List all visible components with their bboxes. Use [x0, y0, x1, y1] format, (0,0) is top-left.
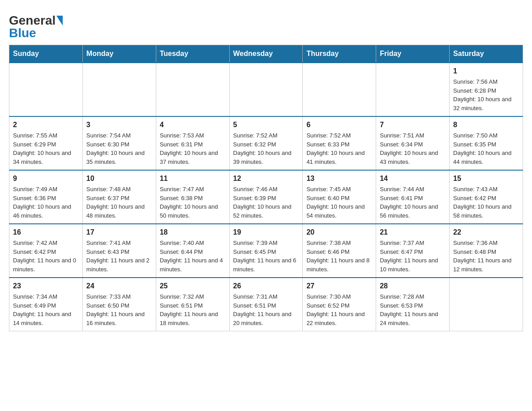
calendar-cell: 13Sunrise: 7:45 AMSunset: 6:40 PMDayligh… — [303, 170, 376, 224]
daylight-text: Daylight: 11 hours and 4 minutes. — [160, 256, 226, 274]
sunset-text: Sunset: 6:44 PM — [160, 248, 226, 257]
day-number: 4 — [160, 120, 226, 130]
daylight-text: Daylight: 11 hours and 20 minutes. — [233, 310, 299, 327]
sunset-text: Sunset: 6:32 PM — [233, 140, 299, 149]
calendar-cell: 1Sunrise: 7:56 AMSunset: 6:28 PMDaylight… — [450, 63, 523, 116]
daylight-text: Daylight: 11 hours and 16 minutes. — [86, 310, 152, 327]
calendar-cell: 3Sunrise: 7:54 AMSunset: 6:30 PMDaylight… — [82, 116, 156, 170]
daylight-text: Daylight: 11 hours and 8 minutes. — [306, 256, 372, 274]
sunset-text: Sunset: 6:46 PM — [306, 248, 372, 257]
sunrise-text: Sunrise: 7:54 AM — [86, 131, 152, 140]
day-number: 26 — [233, 281, 299, 291]
day-header-tuesday: Tuesday — [156, 45, 229, 63]
day-number: 1 — [453, 66, 519, 77]
sunset-text: Sunset: 6:48 PM — [453, 248, 519, 257]
daylight-text: Daylight: 11 hours and 22 minutes. — [306, 310, 372, 327]
day-header-saturday: Saturday — [450, 45, 523, 63]
sunrise-text: Sunrise: 7:55 AM — [13, 131, 79, 140]
sunset-text: Sunset: 6:35 PM — [453, 140, 519, 149]
sunrise-text: Sunrise: 7:33 AM — [86, 292, 152, 301]
sunset-text: Sunset: 6:43 PM — [86, 248, 152, 257]
calendar-cell: 21Sunrise: 7:37 AMSunset: 6:47 PMDayligh… — [376, 224, 450, 278]
calendar-table: SundayMondayTuesdayWednesdayThursdayFrid… — [9, 45, 523, 331]
day-number: 18 — [160, 227, 226, 238]
logo-blue: Blue — [9, 26, 63, 40]
sunrise-text: Sunrise: 7:50 AM — [453, 131, 519, 140]
daylight-text: Daylight: 10 hours and 37 minutes. — [160, 149, 226, 166]
sunset-text: Sunset: 6:50 PM — [86, 301, 152, 310]
calendar-cell — [303, 63, 376, 116]
day-number: 19 — [233, 227, 299, 238]
sunrise-text: Sunrise: 7:45 AM — [306, 185, 372, 194]
calendar-cell: 27Sunrise: 7:30 AMSunset: 6:52 PMDayligh… — [303, 278, 376, 331]
sunset-text: Sunset: 6:28 PM — [453, 86, 519, 95]
logo-general: General — [9, 13, 56, 27]
sunrise-text: Sunrise: 7:28 AM — [380, 292, 446, 301]
sunrise-text: Sunrise: 7:52 AM — [306, 131, 372, 140]
calendar-cell: 10Sunrise: 7:48 AMSunset: 6:37 PMDayligh… — [82, 170, 156, 224]
day-number: 20 — [306, 227, 372, 238]
sunrise-text: Sunrise: 7:42 AM — [13, 239, 79, 248]
day-number: 27 — [306, 281, 372, 291]
daylight-text: Daylight: 10 hours and 52 minutes. — [233, 202, 299, 220]
day-number: 10 — [86, 173, 152, 184]
sunrise-text: Sunrise: 7:39 AM — [233, 239, 299, 248]
calendar-cell: 14Sunrise: 7:44 AMSunset: 6:41 PMDayligh… — [376, 170, 450, 224]
daylight-text: Daylight: 10 hours and 58 minutes. — [453, 202, 519, 220]
logo-arrow-icon — [56, 16, 63, 26]
daylight-text: Daylight: 11 hours and 18 minutes. — [160, 310, 226, 327]
day-header-thursday: Thursday — [303, 45, 376, 63]
sunset-text: Sunset: 6:52 PM — [306, 301, 372, 310]
day-number: 13 — [306, 173, 372, 184]
calendar-cell: 26Sunrise: 7:31 AMSunset: 6:51 PMDayligh… — [229, 278, 303, 331]
sunrise-text: Sunrise: 7:34 AM — [13, 292, 79, 301]
sunrise-text: Sunrise: 7:30 AM — [306, 292, 372, 301]
logo: General Blue — [9, 13, 63, 40]
day-number: 11 — [160, 173, 226, 184]
daylight-text: Daylight: 11 hours and 0 minutes. — [13, 256, 79, 274]
sunrise-text: Sunrise: 7:31 AM — [233, 292, 299, 301]
calendar-cell: 18Sunrise: 7:40 AMSunset: 6:44 PMDayligh… — [156, 224, 229, 278]
sunrise-text: Sunrise: 7:56 AM — [453, 77, 519, 86]
sunrise-text: Sunrise: 7:36 AM — [453, 239, 519, 248]
calendar-cell: 5Sunrise: 7:52 AMSunset: 6:32 PMDaylight… — [229, 116, 303, 170]
sunset-text: Sunset: 6:42 PM — [13, 248, 79, 257]
sunrise-text: Sunrise: 7:53 AM — [160, 131, 226, 140]
sunset-text: Sunset: 6:42 PM — [453, 194, 519, 203]
daylight-text: Daylight: 10 hours and 43 minutes. — [380, 149, 446, 166]
day-number: 17 — [86, 227, 152, 238]
calendar-cell — [82, 63, 156, 116]
page-header: General Blue — [9, 9, 523, 40]
sunrise-text: Sunrise: 7:44 AM — [380, 185, 446, 194]
day-header-monday: Monday — [82, 45, 156, 63]
day-header-friday: Friday — [376, 45, 450, 63]
sunrise-text: Sunrise: 7:38 AM — [306, 239, 372, 248]
day-number: 5 — [233, 120, 299, 130]
day-header-sunday: Sunday — [9, 45, 83, 63]
calendar-cell: 22Sunrise: 7:36 AMSunset: 6:48 PMDayligh… — [450, 224, 523, 278]
sunrise-text: Sunrise: 7:51 AM — [380, 131, 446, 140]
calendar-cell — [376, 63, 450, 116]
calendar-week-row: 1Sunrise: 7:56 AMSunset: 6:28 PMDaylight… — [9, 63, 523, 116]
day-number: 3 — [86, 120, 152, 130]
sunset-text: Sunset: 6:36 PM — [13, 194, 79, 203]
calendar-cell — [450, 278, 523, 331]
calendar-cell: 4Sunrise: 7:53 AMSunset: 6:31 PMDaylight… — [156, 116, 229, 170]
day-number: 7 — [380, 120, 446, 130]
daylight-text: Daylight: 10 hours and 46 minutes. — [13, 202, 79, 220]
calendar-cell: 24Sunrise: 7:33 AMSunset: 6:50 PMDayligh… — [82, 278, 156, 331]
daylight-text: Daylight: 11 hours and 24 minutes. — [380, 310, 446, 327]
sunrise-text: Sunrise: 7:32 AM — [160, 292, 226, 301]
sunset-text: Sunset: 6:33 PM — [306, 140, 372, 149]
daylight-text: Daylight: 11 hours and 12 minutes. — [453, 256, 519, 274]
calendar-cell: 19Sunrise: 7:39 AMSunset: 6:45 PMDayligh… — [229, 224, 303, 278]
daylight-text: Daylight: 10 hours and 34 minutes. — [13, 149, 79, 166]
calendar-week-row: 16Sunrise: 7:42 AMSunset: 6:42 PMDayligh… — [9, 224, 523, 278]
calendar-cell: 17Sunrise: 7:41 AMSunset: 6:43 PMDayligh… — [82, 224, 156, 278]
sunset-text: Sunset: 6:38 PM — [160, 194, 226, 203]
day-number: 22 — [453, 227, 519, 238]
sunrise-text: Sunrise: 7:52 AM — [233, 131, 299, 140]
daylight-text: Daylight: 10 hours and 44 minutes. — [453, 149, 519, 166]
sunset-text: Sunset: 6:40 PM — [306, 194, 372, 203]
calendar-cell: 23Sunrise: 7:34 AMSunset: 6:49 PMDayligh… — [9, 278, 83, 331]
